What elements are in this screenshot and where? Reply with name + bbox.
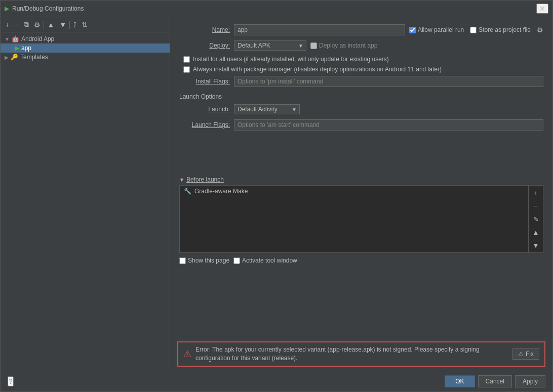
move-down-button[interactable]: ▼ [57,20,68,30]
name-input[interactable] [234,24,405,35]
always-install-row: Always install with package manager (dis… [179,66,543,73]
share-button[interactable]: ⤴ [71,20,78,30]
show-page-checkbox[interactable] [179,257,186,264]
allow-parallel-label[interactable]: Allow parallel run [409,26,464,33]
launch-flags-input[interactable] [234,119,543,130]
sort-button[interactable]: ⇅ [80,20,90,30]
tree-android-app[interactable]: ▼ 🤖 Android App [1,34,170,43]
launch-flags-label: Launch Flags: [179,121,230,128]
before-launch-section: 🔧 Gradle-aware Make + − ✎ ▲ ▼ [179,185,543,253]
apply-button[interactable]: Apply [515,375,545,387]
spacer [179,136,543,176]
before-launch-remove-button[interactable]: − [530,200,542,212]
remove-config-button[interactable]: − [13,20,21,30]
copy-config-button[interactable]: ⧉ [22,19,31,30]
launch-label: Launch: [179,106,230,113]
install-all-users-label: Install for all users (if already instal… [193,56,389,63]
launch-flags-row: Launch Flags: [179,119,543,130]
tree-templates[interactable]: ▶ 🔑 Templates [1,53,170,62]
show-page-label[interactable]: Show this page [179,257,229,264]
launch-select-wrapper: Default Activity Nothing Specified Activ… [234,104,300,114]
toolbar-separator [44,21,44,29]
install-flags-input[interactable] [234,76,543,87]
config-form: Name: Allow parallel run Store as projec… [170,17,552,341]
before-launch-underline: Before launch [186,176,224,183]
install-flags-label: Install Flags: [179,78,230,85]
android-app-icon: 🤖 [12,35,19,42]
help-button[interactable]: ? [8,376,14,386]
move-up-button[interactable]: ▲ [45,20,56,30]
right-panel: Name: Allow parallel run Store as projec… [170,17,552,371]
name-label: Name: [179,26,230,33]
before-launch-collapse[interactable]: ▼ [179,177,184,183]
install-all-users-row: Install for all users (if already instal… [179,56,543,63]
deploy-select-wrapper: Default APK APK from app bundle Nothing … [234,40,306,51]
before-launch-toolbar: + − ✎ ▲ ▼ [528,186,543,252]
fix-button[interactable]: ⚠ Fix [512,349,539,360]
error-text: Error: The apk for your currently select… [195,345,508,363]
gear-button[interactable]: ⚙ [537,26,543,34]
deploy-select[interactable]: Default APK APK from app bundle Nothing [234,40,306,51]
install-flags-row: Install Flags: [179,76,543,87]
before-launch-edit-button[interactable]: ✎ [530,213,542,225]
error-section: ⚠ Error: The apk for your currently sele… [177,341,545,367]
cancel-button[interactable]: Cancel [478,375,512,387]
dialog-title: Run/Debug Configurations [12,5,533,12]
activate-tool-label[interactable]: Activate tool window [233,257,297,264]
store-project-label[interactable]: Store as project file [470,26,531,33]
run-debug-dialog: ▶ Run/Debug Configurations ✕ + − ⧉ ⚙ ▲ ▼… [0,0,553,392]
settings-config-button[interactable]: ⚙ [32,20,43,30]
expand-arrow-templates: ▶ [5,55,9,60]
launch-select[interactable]: Default Activity Nothing Specified Activ… [234,104,300,114]
dialog-body: + − ⧉ ⚙ ▲ ▼ ⤴ ⇅ ▼ 🤖 Android App [1,17,552,371]
gradle-icon: 🔧 [184,188,191,195]
deploy-instant-checkbox[interactable] [310,42,317,49]
install-all-users-checkbox[interactable] [183,56,190,63]
ok-button[interactable]: OK [445,375,475,387]
dialog-footer: ? OK Cancel Apply [1,371,552,391]
gradle-make-label: Gradle-aware Make [194,188,248,195]
store-project-checkbox[interactable] [470,27,477,33]
deploy-row: Deploy: Default APK APK from app bundle … [179,40,543,51]
before-launch-header: ▼ Before launch [179,176,543,183]
before-launch-list: 🔧 Gradle-aware Make [180,186,528,252]
tree-app-item[interactable]: ▶ app [1,43,170,53]
deploy-label: Deploy: [179,42,230,49]
config-toolbar: + − ⧉ ⚙ ▲ ▼ ⤴ ⇅ [1,17,170,32]
deploy-instant-label[interactable]: Deploy as instant app [310,42,377,49]
expand-arrow-android-app: ▼ [5,36,10,42]
add-config-button[interactable]: + [4,20,12,30]
before-launch-add-button[interactable]: + [530,187,542,199]
launch-options-title: Launch Options [179,93,543,100]
templates-label: Templates [20,54,48,61]
before-launch-down-button[interactable]: ▼ [530,239,542,251]
launch-row: Launch: Default Activity Nothing Specifi… [179,104,543,114]
left-panel: + − ⧉ ⚙ ▲ ▼ ⤴ ⇅ ▼ 🤖 Android App [1,17,170,371]
app-run-icon: ▶ [15,45,19,52]
app-label: app [21,45,31,52]
dialog-icon: ▶ [5,5,9,12]
show-page-row: Show this page Activate tool window [179,257,543,264]
android-app-label: Android App [21,35,54,42]
before-launch-up-button[interactable]: ▲ [530,226,542,238]
title-bar: ▶ Run/Debug Configurations ✕ [1,1,552,17]
fix-warning-icon: ⚠ [518,351,524,358]
allow-parallel-checkbox[interactable] [409,27,416,33]
activate-tool-checkbox[interactable] [233,257,240,264]
toolbar-separator2 [69,21,70,29]
always-install-label: Always install with package manager (dis… [193,66,442,73]
before-launch-item: 🔧 Gradle-aware Make [180,186,528,197]
header-right: Allow parallel run Store as project file… [409,26,543,34]
always-install-checkbox[interactable] [183,66,190,73]
templates-icon: 🔑 [11,54,18,61]
config-tree: ▼ 🤖 Android App ▶ app ▶ 🔑 Templates [1,32,170,371]
error-icon: ⚠ [183,349,191,360]
close-button[interactable]: ✕ [536,4,548,14]
